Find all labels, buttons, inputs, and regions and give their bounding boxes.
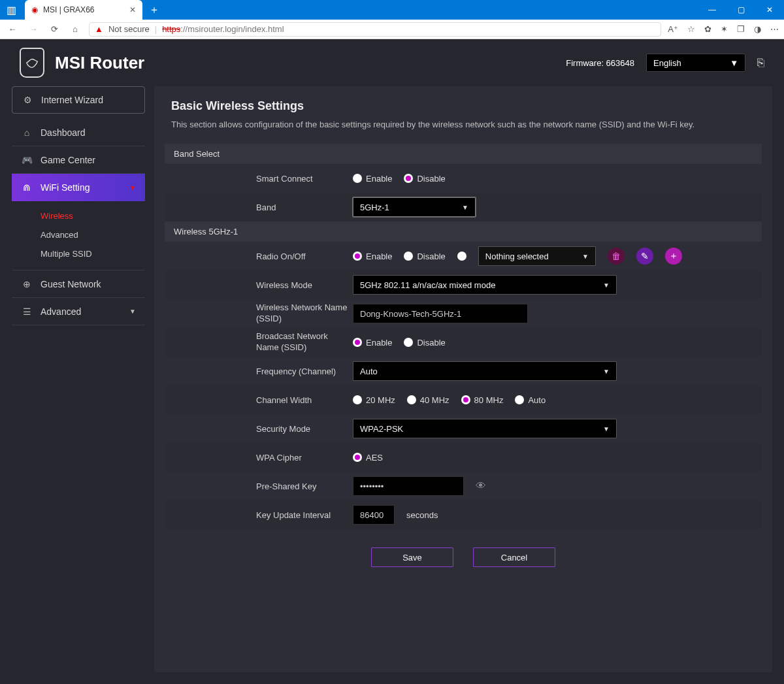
security-mode-label: Security Mode	[171, 424, 353, 434]
refresh-button[interactable]: ⟳	[47, 24, 61, 34]
sidebar-item-game-center[interactable]: 🎮 Game Center	[12, 146, 145, 174]
favorites-bar-icon[interactable]: ✶	[721, 24, 728, 34]
ssid-input[interactable]	[353, 304, 528, 323]
radio-disable[interactable]: Disable	[404, 252, 445, 261]
warning-icon: ▲	[95, 24, 103, 34]
home-button[interactable]: ⌂	[68, 24, 82, 34]
chevron-down-icon: ▼	[129, 184, 136, 191]
sidebar-label: WiFi Setting	[41, 182, 90, 193]
extensions-icon[interactable]: ✿	[704, 24, 711, 34]
radio-other[interactable]	[457, 252, 466, 261]
profile-icon[interactable]: ◑	[754, 24, 761, 34]
section-band-select: Band Select	[165, 144, 762, 164]
smart-connect-enable[interactable]: Enable	[353, 174, 392, 184]
sidebar-sub-wireless[interactable]: Wireless	[41, 206, 145, 225]
band-value: 5GHz-1	[360, 203, 389, 212]
close-window-button[interactable]: ✕	[755, 0, 784, 20]
smart-connect-disable[interactable]: Disable	[404, 174, 445, 184]
back-button[interactable]: ←	[5, 24, 20, 34]
wpa-cipher-label: WPA Cipher	[171, 453, 353, 463]
sliders-icon: ☰	[21, 306, 33, 317]
sidebar-sub-advanced[interactable]: Advanced	[41, 225, 145, 244]
window-titlebar: ▥ ◉ MSI | GRAX66 ✕ ＋ — ▢ ✕	[0, 0, 784, 20]
sidebar-label: Game Center	[41, 155, 95, 165]
chw-40[interactable]: 40 MHz	[407, 395, 449, 405]
brand-logo	[20, 48, 44, 78]
frequency-select[interactable]: Auto ▼	[353, 361, 617, 381]
key-interval-input[interactable]	[353, 505, 395, 525]
chw-auto[interactable]: Auto	[515, 395, 546, 405]
language-value: English	[653, 58, 681, 68]
sidebar-sub-multiple-ssid[interactable]: Multiple SSID	[41, 244, 145, 263]
frequency-label: Frequency (Channel)	[171, 366, 353, 376]
favorite-icon[interactable]: ☆	[687, 24, 695, 34]
chw-20[interactable]: 20 MHz	[353, 395, 395, 405]
cancel-button[interactable]: Cancel	[473, 547, 555, 567]
sidebar: ⚙ Internet Wizard ⌂ Dashboard 🎮 Game Cen…	[12, 86, 145, 672]
broadcast-disable[interactable]: Disable	[404, 338, 445, 348]
psk-label: Pre-Shared Key	[171, 481, 353, 491]
add-button[interactable]: ＋	[665, 248, 682, 265]
collections-icon[interactable]: ❐	[737, 24, 745, 34]
page-title: Basic Wireless Settings	[171, 99, 755, 113]
save-button[interactable]: Save	[371, 547, 453, 567]
gear-icon: ⚙	[22, 95, 33, 105]
chevron-down-icon: ▼	[129, 308, 136, 315]
security-mode-select[interactable]: WPA2-PSK ▼	[353, 419, 617, 438]
brand-title: MSI Router	[55, 53, 144, 73]
wpa-cipher-aes[interactable]: AES	[353, 453, 383, 463]
forward-button[interactable]: →	[26, 24, 41, 34]
radio-other-select[interactable]: Nothing selected ▼	[478, 246, 596, 266]
url-scheme: https	[162, 24, 180, 34]
tab-title: MSI | GRAX66	[43, 5, 94, 14]
sidebar-item-wifi-setting[interactable]: ⋒ WiFi Setting ▼	[12, 174, 145, 201]
key-interval-label: Key Update Interval	[171, 510, 353, 520]
band-select[interactable]: 5GHz-1 ▼	[353, 197, 476, 217]
logout-icon[interactable]: ⎘	[757, 56, 764, 70]
security-status: Not secure	[108, 24, 150, 34]
sidebar-label: Internet Wizard	[41, 95, 103, 105]
menu-icon[interactable]: ⋯	[770, 24, 779, 34]
sidebar-item-internet-wizard[interactable]: ⚙ Internet Wizard	[12, 86, 145, 114]
sidebar-label: Advanced	[41, 306, 81, 317]
gamepad-icon: 🎮	[21, 155, 33, 165]
browser-toolbar: ← → ⟳ ⌂ ▲ Not secure | https://msirouter…	[0, 20, 784, 39]
eye-icon[interactable]: 👁	[476, 480, 486, 492]
new-tab-button[interactable]: ＋	[145, 1, 163, 19]
sidebar-item-dashboard[interactable]: ⌂ Dashboard	[12, 119, 145, 146]
broadcast-enable[interactable]: Enable	[353, 338, 392, 348]
ssid-label: Wireless Network Name (SSID)	[171, 302, 353, 325]
seconds-label: seconds	[406, 510, 438, 520]
section-wireless: Wireless 5GHz-1	[165, 221, 762, 242]
sidebar-item-advanced[interactable]: ☰ Advanced ▼	[12, 298, 145, 325]
wireless-mode-select[interactable]: 5GHz 802.11 a/n/ac/ax mixed mode ▼	[353, 275, 617, 295]
home-icon: ⌂	[21, 127, 33, 138]
sidebar-label: Dashboard	[41, 127, 86, 138]
radio-enable[interactable]: Enable	[353, 252, 392, 261]
close-tab-icon[interactable]: ✕	[129, 5, 136, 14]
chevron-down-icon: ▼	[603, 282, 610, 289]
maximize-button[interactable]: ▢	[727, 0, 755, 20]
tab-overview-icon[interactable]: ▥	[0, 4, 22, 16]
wifi-icon: ⋒	[21, 182, 33, 193]
channel-width-label: Channel Width	[171, 395, 353, 405]
sidebar-item-guest-network[interactable]: ⊕ Guest Network	[12, 270, 145, 298]
text-size-icon[interactable]: A⁺	[668, 24, 678, 34]
sidebar-submenu-wifi: Wireless Advanced Multiple SSID	[12, 201, 145, 270]
language-select[interactable]: English ▼	[646, 54, 745, 72]
psk-input[interactable]	[353, 476, 464, 496]
shield-icon: ◉	[31, 5, 38, 14]
firmware-label: Firmware: 663648	[566, 58, 634, 68]
wireless-mode-label: Wireless Mode	[171, 280, 353, 290]
delete-button[interactable]: 🗑	[608, 248, 625, 265]
chw-80[interactable]: 80 MHz	[461, 395, 504, 405]
url-path: ://msirouter.login/index.html	[180, 24, 284, 34]
globe-icon: ⊕	[21, 279, 33, 289]
band-label: Band	[171, 203, 353, 212]
minimize-button[interactable]: —	[698, 0, 727, 20]
address-bar[interactable]: ▲ Not secure | https://msirouter.login/i…	[89, 22, 661, 37]
browser-tab[interactable]: ◉ MSI | GRAX66 ✕	[25, 0, 142, 20]
radio-label: Radio On/Off	[171, 252, 353, 261]
sidebar-label: Guest Network	[41, 279, 101, 289]
edit-button[interactable]: ✎	[636, 248, 653, 265]
